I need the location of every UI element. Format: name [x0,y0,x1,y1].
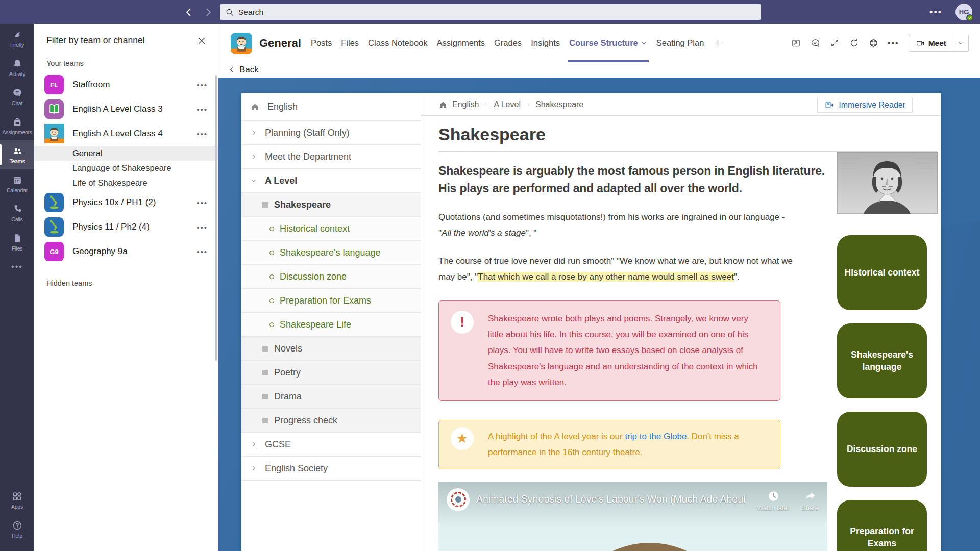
nav-poetry[interactable]: Poetry [241,361,421,385]
circle-bullet-icon [270,298,274,303]
team-more-icon[interactable]: ••• [194,81,210,89]
team-row-physics-10x[interactable]: Physics 10x / PH1 (2) ••• [34,190,218,215]
rail-more-apps-icon[interactable]: ••• [0,257,34,277]
nav-meet-the-department[interactable]: Meet the Department [241,145,421,169]
team-row-english-4[interactable]: English A Level Class 4 ••• [34,121,218,146]
immersive-reader-icon [824,100,834,110]
meet-options-chevron[interactable] [953,35,969,52]
nav-historical-context[interactable]: Historical context [241,217,421,241]
channel-tabs: Posts Files Class Notebook Assignments G… [306,24,727,62]
add-tab-button[interactable] [708,24,727,62]
team-avatar [44,217,64,237]
team-more-icon[interactable]: ••• [194,105,210,114]
team-avatar: G9 [44,242,64,261]
history-back-icon[interactable] [183,6,195,18]
video-channel-avatar[interactable] [447,488,470,511]
nav-shakespeare-life[interactable]: Shakespeare Life [241,313,421,337]
channel-row-general[interactable]: General [34,146,218,161]
channel-row-language-of-shakespeare[interactable]: Language of Shakespeare [34,161,218,176]
channel-avatar [231,33,252,54]
hidden-teams-label[interactable]: Hidden teams [34,279,218,287]
channel-row-life-of-shakespeare[interactable]: Life of Shakespeare [34,176,218,190]
video-title[interactable]: Animated Synopsis of Love's Labour's Won… [476,493,746,505]
rail-item-calls[interactable]: Calls [0,198,34,228]
search-bar[interactable] [220,4,761,20]
tile-shakespeares-language[interactable]: Shakespeare's language [837,323,927,398]
nav-a-level[interactable]: A Level [241,169,421,193]
tab-assignments[interactable]: Assignments [432,24,489,62]
team-row-english-3[interactable]: English A Level Class 3 ••• [34,97,218,121]
tab-class-notebook[interactable]: Class Notebook [363,24,432,62]
rail-item-files[interactable]: Files [0,228,34,257]
square-bullet-icon [262,394,268,399]
trip-to-globe-link[interactable]: trip to the Globe [625,432,687,441]
team-more-icon[interactable]: ••• [194,223,210,232]
breadcrumb-a-level[interactable]: A Level [494,100,520,109]
fullscreen-icon[interactable] [826,35,844,52]
teams-sidebar: Filter by team or channel Your teams FL … [34,24,218,551]
star-icon: ★ [451,427,474,450]
nav-progress-check[interactable]: Progress check [241,409,421,433]
meet-button[interactable]: Meet [909,35,953,52]
team-row-staffroom[interactable]: FL Staffroom ••• [34,72,218,97]
team-row-physics-11[interactable]: Physics 11 / Ph2 (4) ••• [34,215,218,239]
conversation-icon[interactable] [807,35,824,52]
back-button[interactable]: Back [228,65,259,75]
square-bullet-icon [262,370,268,375]
nav-gcse[interactable]: GCSE [241,433,421,457]
tab-posts[interactable]: Posts [306,24,336,62]
tab-course-structure[interactable]: Course Structure [565,24,652,62]
rail-item-teams[interactable]: Teams [0,140,34,169]
main-pane: General Posts Files Class Notebook Assig… [218,24,980,551]
nav-shakespeare[interactable]: Shakespeare [241,193,421,217]
tile-discussion-zone[interactable]: Discussion zone [837,412,927,487]
tab-grades[interactable]: Grades [489,24,526,62]
nav-shakespeares-language[interactable]: Shakespeare's language [241,241,421,265]
immersive-reader-button[interactable]: Immersive Reader [817,97,913,113]
rail-item-firefly[interactable]: Firefly [0,24,34,53]
team-row-geography-9a[interactable]: G9 Geography 9a ••• [34,239,218,264]
team-more-icon[interactable]: ••• [194,198,210,207]
sidebar-scrollbar[interactable] [215,75,217,361]
youtube-video-embed[interactable]: Animated Synopsis of Love's Labour's Won… [438,482,827,551]
rail-item-activity[interactable]: Activity [0,53,34,82]
tile-historical-context[interactable]: Historical context [837,235,927,310]
nav-novels[interactable]: Novels [241,337,421,361]
breadcrumb-shakespeare[interactable]: Shakespeare [535,100,583,109]
tile-preparation-for-exams[interactable]: Preparation for Exams [837,500,927,551]
profile-avatar[interactable]: HG [955,4,972,20]
rail-item-chat[interactable]: Chat [0,82,34,111]
course-page-content: English A Level Shakespeare Immersive Re… [421,93,941,551]
close-icon[interactable] [197,36,207,46]
team-more-icon[interactable]: ••• [194,247,210,256]
nav-root-english[interactable]: English [241,93,421,121]
chevron-down-icon [641,40,647,46]
tab-more-icon[interactable]: ••• [885,39,902,48]
nav-planning[interactable]: Planning (Staff Only) [241,121,421,145]
nav-discussion-zone[interactable]: Discussion zone [241,265,421,289]
nav-drama[interactable]: Drama [241,385,421,409]
square-bullet-icon [262,346,268,352]
refresh-icon[interactable] [846,35,863,52]
nav-english-society[interactable]: English Society [241,457,421,481]
globe-trip-note-box: ★ A highlight of the A level year is our… [438,420,780,469]
rail-item-calendar[interactable]: Calendar [0,169,34,198]
share-button[interactable]: Share [790,490,827,512]
watch-later-button[interactable]: Watch later [753,490,794,512]
rail-item-help[interactable]: Help [0,515,34,544]
search-input[interactable] [238,8,756,17]
rail-item-apps[interactable]: Apps [0,486,34,515]
rail-item-assignments[interactable]: Assignments [0,111,34,140]
calendar-icon [12,174,23,186]
nav-preparation-for-exams[interactable]: Preparation for Exams [241,289,421,313]
history-forward-icon[interactable] [202,6,214,18]
tab-files[interactable]: Files [336,24,363,62]
tab-seating-plan[interactable]: Seating Plan [652,24,709,62]
website-icon[interactable] [865,35,883,52]
topbar-more-icon[interactable]: ••• [929,7,942,18]
tab-insights[interactable]: Insights [526,24,565,62]
breadcrumb-english[interactable]: English [452,100,479,109]
open-in-window-icon[interactable] [788,35,805,52]
home-icon[interactable] [438,100,448,109]
team-more-icon[interactable]: ••• [194,130,210,138]
